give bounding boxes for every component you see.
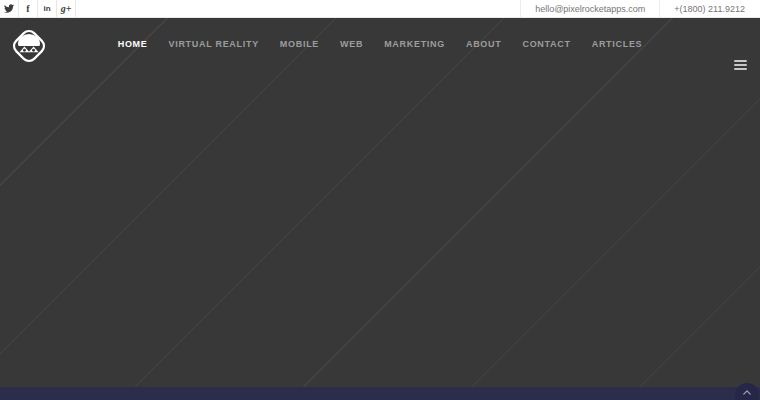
logo[interactable] <box>9 26 49 66</box>
twitter-icon[interactable] <box>0 0 19 17</box>
nav-item-articles[interactable]: ARTICLES <box>592 39 643 49</box>
hero-section: HOME VIRTUAL REALITY MOBILE WEB MARKETIN… <box>0 18 760 387</box>
facebook-icon[interactable]: f <box>19 0 38 17</box>
phone-link[interactable]: +(1800) 211.9212 <box>659 0 760 17</box>
hamburger-icon[interactable] <box>734 60 747 70</box>
nav-item-mobile[interactable]: MOBILE <box>280 39 319 49</box>
chevron-up-icon <box>743 390 751 395</box>
nav-item-about[interactable]: ABOUT <box>466 39 502 49</box>
main-nav: HOME VIRTUAL REALITY MOBILE WEB MARKETIN… <box>118 39 643 49</box>
social-links: f in g+ <box>0 0 76 17</box>
contact-info: hello@pixelrocketapps.com +(1800) 211.92… <box>520 0 760 17</box>
linkedin-icon[interactable]: in <box>38 0 57 17</box>
nav-item-web[interactable]: WEB <box>340 39 363 49</box>
scroll-top-button[interactable] <box>735 383 759 400</box>
email-link[interactable]: hello@pixelrocketapps.com <box>520 0 659 17</box>
footer-bar <box>0 387 760 400</box>
nav-item-virtual-reality[interactable]: VIRTUAL REALITY <box>169 39 259 49</box>
navbar: HOME VIRTUAL REALITY MOBILE WEB MARKETIN… <box>0 18 760 76</box>
pixel-rocket-diamond-icon <box>9 26 49 66</box>
page: f in g+ hello@pixelrocketapps.com +(1800… <box>0 0 760 400</box>
topbar: f in g+ hello@pixelrocketapps.com +(1800… <box>0 0 760 18</box>
google-plus-icon[interactable]: g+ <box>57 0 76 17</box>
nav-item-contact[interactable]: CONTACT <box>522 39 570 49</box>
nav-item-marketing[interactable]: MARKETING <box>384 39 445 49</box>
nav-item-home[interactable]: HOME <box>118 39 148 49</box>
